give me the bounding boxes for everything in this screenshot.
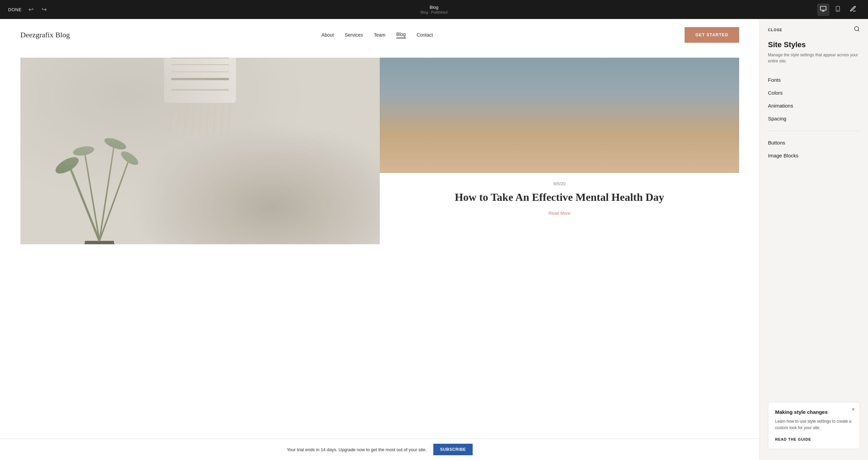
svg-point-50 (508, 140, 528, 155)
panel-header: CLOSE (760, 19, 868, 34)
read-the-guide-link[interactable]: READ THE GUIDE (775, 437, 811, 441)
blog-grid: 8/5/20 How to Take An Effective Mental H… (0, 51, 760, 258)
nav-services[interactable]: Services (345, 32, 363, 38)
svg-line-19 (85, 155, 99, 241)
blog-card-left (20, 58, 380, 244)
menu-item-buttons[interactable]: Buttons (768, 136, 860, 149)
svg-point-53 (536, 58, 583, 72)
preview-area: Deezgrafix Blog About Services Team Blog… (0, 19, 760, 460)
svg-rect-0 (821, 6, 826, 10)
svg-line-41 (206, 103, 209, 134)
nav-about[interactable]: About (321, 32, 334, 38)
panel-divider (768, 131, 860, 131)
svg-line-40 (199, 103, 201, 134)
svg-line-36 (170, 103, 173, 133)
trial-message: Your trial ends in 14 days. Upgrade now … (287, 447, 427, 452)
svg-line-39 (192, 103, 194, 135)
top-bar: DONE ↩ ↪ Blog Blog · Published (0, 0, 868, 19)
style-editor-button[interactable] (846, 3, 860, 16)
site-nav: About Services Team Blog Contact (321, 32, 433, 38)
blog-post-title: How to Take An Effective Mental Health D… (387, 190, 732, 205)
style-changes-card: × Making style changes Learn how to use … (768, 402, 860, 449)
desktop-icon (820, 7, 827, 14)
blog-card-image-interior (20, 58, 380, 244)
top-bar-right (817, 3, 860, 16)
menu-item-colors[interactable]: Colors (768, 87, 860, 99)
right-panel: CLOSE Site Styles Manage the style setti… (760, 19, 868, 460)
style-card-close-button[interactable]: × (852, 406, 855, 413)
panel-menu: Fonts Colors Animations Spacing (760, 71, 868, 128)
svg-line-37 (177, 103, 180, 134)
svg-point-25 (119, 149, 140, 168)
site-preview: Deezgrafix Blog About Services Team Blog… (0, 19, 760, 460)
subscribe-button[interactable]: SUBSCRIBE (433, 444, 473, 455)
site-header: Deezgrafix Blog About Services Team Blog… (0, 19, 760, 51)
trial-bar: Your trial ends in 14 days. Upgrade now … (0, 439, 760, 460)
nav-blog[interactable]: Blog (396, 32, 406, 38)
svg-rect-27 (164, 58, 236, 103)
panel-menu-2: Buttons Image Blocks (760, 134, 868, 165)
svg-line-38 (184, 103, 187, 133)
page-subtitle: Blog · Published (420, 10, 448, 14)
style-icon (850, 7, 856, 13)
desktop-view-button[interactable] (817, 3, 829, 16)
redo-button[interactable]: ↪ (40, 4, 48, 15)
blog-card-right: 8/5/20 How to Take An Effective Mental H… (380, 58, 739, 244)
blog-card-info: 8/5/20 How to Take An Effective Mental H… (380, 173, 739, 223)
svg-point-23 (72, 145, 95, 157)
top-bar-left: DONE ↩ ↪ (8, 4, 48, 15)
search-icon[interactable] (854, 26, 860, 34)
panel-description: Manage the style settings that appear ac… (760, 52, 868, 71)
panel-close-button[interactable]: CLOSE (768, 28, 782, 32)
get-started-button[interactable]: GET STARTED (685, 27, 739, 43)
page-title: Blog (420, 5, 448, 10)
svg-rect-3 (20, 58, 380, 244)
svg-line-18 (71, 169, 99, 241)
menu-item-image-blocks[interactable]: Image Blocks (768, 149, 860, 162)
redo-icon: ↪ (42, 6, 47, 13)
svg-line-21 (99, 162, 128, 241)
svg-line-42 (214, 103, 216, 133)
menu-item-spacing[interactable]: Spacing (768, 112, 860, 125)
svg-line-20 (99, 147, 114, 241)
svg-line-44 (228, 103, 230, 133)
menu-item-animations[interactable]: Animations (768, 99, 860, 112)
tablet-icon (835, 7, 841, 14)
svg-point-51 (580, 143, 599, 157)
svg-point-49 (527, 58, 592, 166)
svg-point-2 (837, 10, 838, 11)
svg-point-52 (539, 58, 580, 77)
svg-rect-45 (380, 58, 739, 173)
panel-title: Site Styles (760, 34, 868, 52)
style-card-title: Making style changes (775, 409, 853, 415)
svg-rect-46 (380, 122, 739, 173)
style-card-description: Learn how to use style settings to creat… (775, 418, 853, 431)
menu-item-fonts[interactable]: Fonts (768, 74, 860, 87)
site-logo: Deezgrafix Blog (20, 31, 70, 39)
top-bar-center: Blog Blog · Published (420, 5, 448, 14)
svg-line-55 (858, 30, 859, 31)
svg-point-24 (103, 136, 127, 152)
nav-team[interactable]: Team (374, 32, 385, 38)
nav-contact[interactable]: Contact (417, 32, 433, 38)
main-layout: Deezgrafix Blog About Services Team Blog… (0, 19, 868, 460)
undo-button[interactable]: ↩ (27, 4, 35, 15)
done-button[interactable]: DONE (8, 7, 22, 12)
undo-icon: ↩ (28, 6, 34, 13)
svg-line-43 (221, 103, 223, 134)
svg-rect-48 (595, 137, 682, 159)
read-more-link[interactable]: Read More (549, 211, 570, 216)
svg-point-22 (53, 154, 81, 177)
tablet-view-button[interactable] (832, 3, 844, 16)
blog-post-date: 8/5/20 (387, 181, 732, 186)
blog-card-image-person (380, 58, 739, 173)
